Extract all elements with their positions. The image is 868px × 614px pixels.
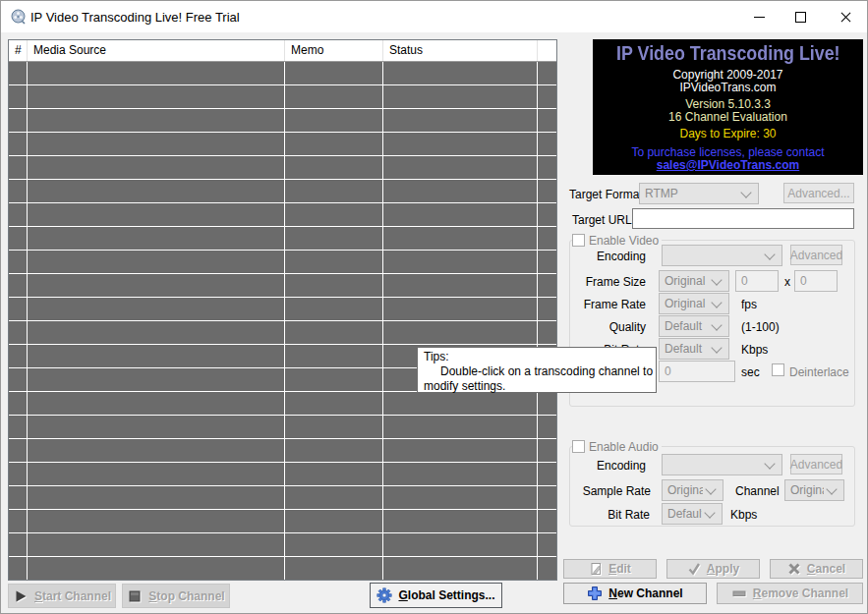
table-row[interactable]: [9, 109, 556, 133]
sales-email-link[interactable]: sales@IPVideoTrans.com: [657, 159, 800, 172]
column-header-media-source[interactable]: Media Source: [28, 40, 285, 61]
table-row[interactable]: [9, 156, 556, 180]
video-bit-rate-unit: Kbps: [741, 343, 768, 357]
chevron-down-icon: [764, 458, 775, 469]
frame-height-input[interactable]: [794, 270, 838, 292]
remove-channel-button[interactable]: Remove Channel: [717, 583, 863, 604]
table-row[interactable]: [9, 227, 556, 251]
maximize-button[interactable]: [780, 1, 821, 32]
table-cell: [538, 439, 556, 462]
apply-button[interactable]: Apply: [666, 559, 760, 579]
enable-audio-row: Enable Audio: [572, 440, 662, 454]
minimize-button[interactable]: [738, 1, 780, 32]
video-encoding-select[interactable]: [662, 245, 782, 266]
table-row[interactable]: [9, 180, 556, 203]
enable-video-row: Enable Video: [572, 234, 662, 248]
apply-icon: [687, 562, 701, 576]
frame-rate-select[interactable]: Original: [659, 293, 729, 314]
table-row[interactable]: [9, 486, 556, 510]
channel-select[interactable]: Original: [784, 479, 844, 501]
enable-video-label: Enable Video: [589, 234, 659, 248]
table-row[interactable]: [9, 85, 556, 109]
sample-rate-label: Sample Rate: [583, 484, 651, 498]
column-header-status[interactable]: Status: [383, 40, 538, 61]
frame-rate-label: Frame Rate: [584, 298, 646, 311]
audio-encoding-select[interactable]: [662, 454, 782, 475]
column-header-memo[interactable]: Memo: [285, 40, 383, 61]
chevron-down-icon: [826, 483, 837, 494]
edit-button[interactable]: Edit: [563, 559, 657, 579]
sample-rate-select[interactable]: Original: [662, 479, 723, 501]
gear-icon: [376, 587, 392, 603]
close-button[interactable]: [823, 1, 868, 32]
table-row[interactable]: [9, 321, 556, 345]
license-info-panel: IP Video Transcoding Live! Copyright 200…: [593, 39, 863, 175]
table-cell: [538, 203, 556, 226]
table-cell: [9, 109, 28, 132]
stop-channel-button[interactable]: Stop Channel: [122, 584, 230, 608]
table-cell: [538, 109, 556, 132]
table-cell: [28, 392, 285, 415]
quality-select[interactable]: Default: [659, 315, 729, 337]
target-url-input[interactable]: [632, 208, 854, 229]
tooltip: Tips: Double-click on a transcoding chan…: [417, 347, 657, 393]
target-advanced-button[interactable]: Advanced...: [783, 183, 854, 203]
table-cell: [538, 416, 556, 438]
tooltip-line3: modify settings.: [424, 379, 656, 394]
chevron-down-icon: [711, 342, 722, 353]
delay-input[interactable]: [659, 361, 735, 382]
table-cell: [28, 62, 285, 84]
start-channel-button[interactable]: Start Channel: [8, 584, 116, 608]
table-cell: [9, 203, 28, 226]
audio-encoding-label: Encoding: [597, 459, 646, 473]
table-row[interactable]: [9, 203, 556, 227]
days-to-expire-text: Days to Expire: 30: [679, 128, 776, 140]
target-format-select[interactable]: RTMP: [639, 183, 759, 204]
audio-bit-rate-select[interactable]: Default: [662, 503, 723, 525]
cancel-icon: [787, 562, 801, 576]
table-row[interactable]: [9, 133, 556, 156]
table-row[interactable]: [9, 557, 556, 581]
table-row[interactable]: [9, 463, 556, 486]
table-row[interactable]: [9, 251, 556, 274]
table-cell: [285, 156, 383, 179]
table-row[interactable]: [9, 510, 556, 533]
frame-width-input[interactable]: [735, 270, 779, 292]
table-row[interactable]: [9, 533, 556, 557]
table-cell: [28, 368, 285, 391]
global-settings-button[interactable]: Global Settings...: [370, 583, 502, 608]
chevron-down-icon: [711, 274, 722, 285]
column-header-number[interactable]: #: [9, 40, 28, 61]
target-format-label: Target Format: [569, 188, 643, 201]
table-cell: [28, 156, 285, 179]
table-cell: [538, 533, 556, 556]
enable-video-checkbox[interactable]: [572, 234, 585, 247]
frame-size-select[interactable]: Original: [659, 270, 729, 292]
cancel-button[interactable]: Cancel: [770, 559, 863, 579]
audio-bit-rate-unit: Kbps: [730, 508, 757, 522]
table-row[interactable]: [9, 274, 556, 298]
table-row[interactable]: [9, 439, 556, 463]
table-row[interactable]: [9, 416, 556, 439]
column-header-filler: [538, 40, 556, 61]
video-bit-rate-select[interactable]: Default: [659, 338, 729, 360]
audio-advanced-button[interactable]: Advanced: [790, 454, 842, 474]
enable-audio-checkbox[interactable]: [572, 440, 585, 453]
table-cell: [538, 486, 556, 509]
table-cell: [9, 392, 28, 415]
table-cell: [28, 345, 285, 367]
table-cell: [28, 557, 285, 580]
table-cell: [383, 274, 538, 297]
table-row[interactable]: [9, 62, 556, 85]
enable-audio-label: Enable Audio: [589, 440, 659, 454]
video-advanced-button[interactable]: Advanced: [790, 245, 842, 265]
table-row[interactable]: [9, 298, 556, 321]
table-row[interactable]: [9, 392, 556, 416]
channel-table: # Media Source Memo Status: [8, 39, 557, 581]
deinterlace-checkbox[interactable]: [772, 363, 784, 376]
table-cell: [9, 133, 28, 155]
table-body: [9, 62, 556, 581]
table-cell: [538, 62, 556, 84]
table-cell: [538, 274, 556, 297]
new-channel-button[interactable]: New Channel: [563, 583, 707, 604]
